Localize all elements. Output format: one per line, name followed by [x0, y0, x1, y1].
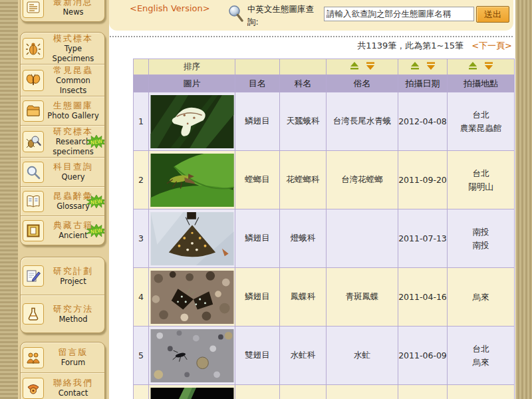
sidebar-item-label: 科目查詢Query [44, 162, 102, 182]
header-empty-cell [134, 75, 149, 92]
family-name-cell: 燈蛾科 [280, 209, 327, 268]
sidebar-item-photo-gallery[interactable]: 生態圖庫Photo Gallery [21, 96, 104, 125]
sidebar-menu: 最新消息News模式標本Type Specimens常見昆蟲Common Ins… [18, 0, 109, 399]
magnifier-icon [23, 162, 44, 183]
specimen-photo[interactable] [149, 92, 235, 151]
sidebar: 最新消息News模式標本Type Specimens常見昆蟲Common Ins… [18, 0, 109, 399]
sidebar-item-label: 研究計劃Project [44, 266, 102, 287]
sidebar-item-ancient[interactable]: 典藏古籍AncientNEW [21, 215, 104, 245]
sort-ascending-icon[interactable] [350, 62, 359, 70]
sidebar-item-method[interactable]: 研究方法Method [21, 295, 104, 332]
column-header-拍攝地點: 拍攝地點 [448, 75, 515, 92]
sort-row-empty-cell [134, 59, 149, 75]
search-input[interactable] [324, 7, 474, 21]
sidebar-item-forum[interactable]: 留言版Forum [21, 342, 104, 372]
sidebar-item-label-zh: 科目查詢 [44, 162, 102, 172]
sidebar-item-label-en: Forum [44, 358, 102, 367]
book-icon [23, 191, 44, 212]
sidebar-item-glossary[interactable]: 昆蟲辭彙GlossaryNEW [21, 186, 104, 215]
table-row: 5雙翅目水虻科水虻2011-06-09台北 烏來 [134, 327, 515, 385]
dotted-separator [110, 36, 513, 37]
sidebar-item-label: 研究方法Method [44, 304, 102, 325]
specimen-photo[interactable] [149, 385, 235, 399]
photo-location-cell: 烏來 [448, 268, 515, 327]
ancient-book-icon [23, 220, 44, 241]
common-name-cell: 水虻 [327, 327, 398, 385]
photo-location-cell: 台北 農業昆蟲館 [448, 92, 515, 151]
common-name-cell [327, 209, 398, 268]
new-badge: NEW [86, 195, 105, 208]
common-name-cell: 台湾花螳螂 [327, 151, 398, 209]
search-label: 中英文生態圖庫查詢: [247, 3, 323, 29]
photo-location-cell [448, 385, 515, 399]
sidebar-item-label-en: News [44, 7, 102, 17]
column-header-科名: 科名 [280, 75, 327, 92]
sidebar-item-label-zh: 研究方法 [44, 304, 102, 315]
sidebar-item-label-zh: 留言版 [44, 347, 102, 358]
row-number: 5 [134, 327, 149, 385]
specimen-photo[interactable] [149, 268, 235, 327]
english-version-link[interactable]: <English Version> [130, 3, 210, 13]
specimen-photo-thumbnail-fly-on-concrete[interactable] [150, 329, 234, 382]
row-number: 3 [134, 209, 149, 268]
order-name-cell: 螳螂目 [235, 151, 280, 209]
sidebar-menu-group: 模式標本Type Specimens常見昆蟲Common Insects生態圖庫… [20, 32, 105, 245]
specimen-photo-thumbnail-dark-stem[interactable] [150, 388, 234, 399]
bug-icon [23, 38, 44, 59]
specimen-photo[interactable] [149, 209, 235, 268]
flask-icon [23, 303, 44, 325]
photo-date-cell: 2011-06-09 [398, 327, 448, 385]
photo-date-cell: 2011-09-20 [398, 151, 448, 209]
sidebar-item-project[interactable]: 研究計劃Project [21, 257, 104, 295]
family-name-cell [280, 385, 327, 399]
specimen-photo-thumbnail-white-moth-on-dark-leaves[interactable] [150, 95, 234, 148]
sidebar-item-label: 最新消息News [44, 0, 102, 17]
row-number: 1 [134, 92, 149, 151]
result-count-text: 共1139筆，此為第1~15筆 [357, 41, 464, 51]
right-texture-border [515, 0, 532, 399]
specimen-photo-thumbnail-butterflies-on-gravel[interactable] [150, 271, 234, 324]
submit-button[interactable]: 送出 [476, 6, 509, 23]
sidebar-item-label-zh: 研究計劃 [44, 266, 102, 277]
sort-ascending-icon[interactable] [468, 62, 477, 70]
sidebar-item-label-zh: 模式標本 [44, 33, 102, 44]
common-name-cell: 青斑鳳蝶 [327, 268, 398, 327]
column-header-目名: 目名 [235, 75, 280, 92]
photo-location-cell: 台北 陽明山 [448, 151, 515, 209]
sort-row-empty-cell [235, 59, 280, 75]
common-name-cell: 台湾長尾水青蛾 [327, 92, 398, 151]
sidebar-item-label: 生態圖庫Photo Gallery [44, 100, 102, 121]
sidebar-item-research-specimens[interactable]: 研究標本Research specimensNEW [21, 125, 104, 157]
table-row: 2螳螂目花螳螂科台湾花螳螂2011-09-20台北 陽明山 [134, 151, 515, 209]
sort-controls-拍攝地點 [448, 59, 515, 75]
family-name-cell: 花螳螂科 [280, 151, 327, 209]
sort-descending-icon[interactable] [484, 62, 493, 70]
sort-label-cell: 排序 [149, 59, 235, 75]
sidebar-item-contact[interactable]: 聯絡我們Contact [21, 372, 104, 399]
column-header-拍攝日期: 拍攝日期 [398, 75, 448, 92]
sort-controls-拍攝日期 [398, 59, 448, 75]
sidebar-item-type-specimens[interactable]: 模式標本Type Specimens [21, 33, 104, 64]
sort-pair [350, 62, 375, 70]
sidebar-item-common-insects[interactable]: 常見昆蟲Common Insects [21, 64, 104, 96]
sort-descending-icon[interactable] [426, 62, 436, 70]
next-page-link[interactable]: <下一頁> [471, 41, 512, 51]
specimen-photo-thumbnail-spotted-moth-on-pale-cloth[interactable] [150, 212, 234, 265]
sort-ascending-icon[interactable] [410, 62, 420, 70]
specimen-photo[interactable] [149, 327, 235, 385]
sidebar-item-query[interactable]: 科目查詢Query [21, 157, 104, 186]
sidebar-item-label-zh: 最新消息 [44, 0, 102, 7]
column-header-圖片: 圖片 [149, 75, 235, 92]
specimen-photo-thumbnail-mantis-on-green-leaf[interactable] [150, 154, 234, 207]
family-name-cell: 鳳蝶科 [280, 268, 327, 327]
photo-date-cell: 2011-07-13 [398, 209, 448, 268]
photo-date-cell: 2011-04-16 [398, 268, 448, 327]
sidebar-item-label: 常見昆蟲Common Insects [44, 65, 102, 95]
sort-descending-icon[interactable] [366, 62, 375, 70]
specimen-photo[interactable] [149, 151, 235, 209]
order-name-cell: 鱗翅目 [235, 268, 280, 327]
order-name-cell [235, 385, 280, 399]
table-header-row: 圖片目名科名俗名拍攝日期拍攝地點 [134, 75, 515, 92]
results-table-body: 排序圖片目名科名俗名拍攝日期拍攝地點1鱗翅目天蠶蛾科台湾長尾水青蛾2012-04… [134, 59, 515, 399]
sidebar-item-news[interactable]: 最新消息News [21, 0, 104, 21]
